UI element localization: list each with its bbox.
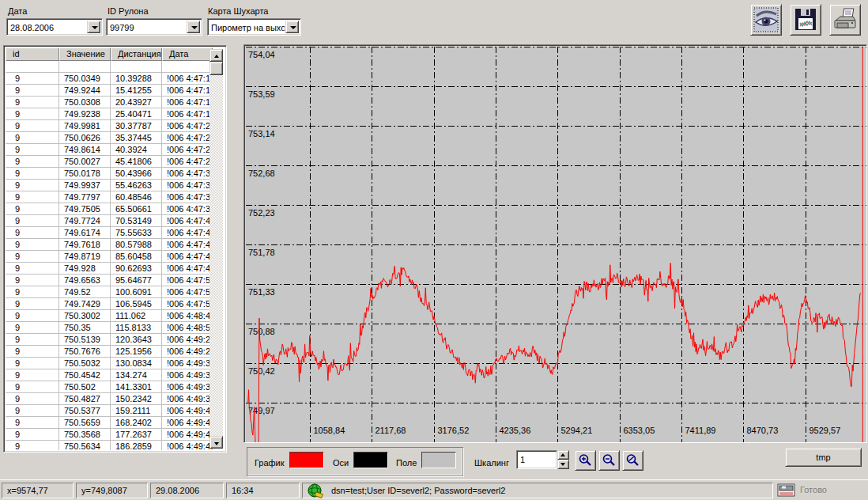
table-cell: 9 [6,239,59,251]
table-cell: !006 4:47:18 [162,108,213,120]
table-row[interactable]: 9749.656395.64677!006 4:47:52 [6,275,225,286]
table-row[interactable]: 9749.998130.37787!006 4:47:20 [6,120,225,132]
table-cell: 9 [6,73,59,85]
table-row[interactable]: 9749.923825.40471!006 4:47:18 [6,108,225,120]
table-row[interactable]: 9749.617475.55633!006 4:47:42 [6,227,225,239]
axes-color-swatch[interactable] [353,452,388,468]
shewhart-card-combobox[interactable]: Пирометр на выхо [207,18,301,36]
table-row[interactable]: 9749.772470.53149!006 4:47:40 [6,215,225,227]
table-cell: 35.37445 [111,132,162,144]
date-combobox-dropdown-button[interactable] [87,21,100,33]
table-cell: 30.37787 [111,120,162,132]
table-cell: 750.0308 [59,97,111,108]
arrow-up-icon [214,55,219,58]
table-cell: 749.9981 [59,120,111,132]
table-row[interactable]: 9750.35115.8133!006 4:48:51 [6,322,225,334]
zoom-in-button[interactable] [575,450,596,471]
table-cell: 70.53149 [111,215,162,227]
table-row[interactable]: 9749.861440.3924!006 4:47:25 [6,144,225,156]
table-row[interactable]: 9750.062635.37445!006 4:47:23 [6,132,225,144]
view-button[interactable] [750,4,782,36]
table-cell: 749.6174 [59,227,111,239]
table-cell: 177.2637 [111,429,162,441]
table-row[interactable]: 9749.761880.57988!006 4:47:44 [6,239,225,251]
svg-text:753,59: 753,59 [248,89,275,99]
table-cell: 90.62693 [111,263,162,275]
table-row[interactable]: 9750.017850.43966!006 4:47:30 [6,168,225,180]
table-cell: 750.502 [59,381,111,393]
zoom-reset-button[interactable] [622,450,643,471]
scaling-spin-down-button[interactable] [557,460,569,469]
table-row[interactable]: 9750.5659168.2402!006 4:49:44 [6,417,225,429]
column-header-distance[interactable]: Дистанция [111,47,162,61]
table-cell: !006 4:47:13 [162,85,213,97]
scroll-down-button[interactable] [209,436,223,449]
table-row[interactable]: 9750.4542134.274!006 4:49:35 [6,369,225,381]
table-row[interactable]: 9750.5377159.2111!006 4:49:42 [6,405,225,417]
field-color-swatch[interactable] [421,452,456,468]
zoom-out-button[interactable] [598,450,620,471]
roll-id-combobox[interactable]: 99799 [106,18,202,36]
table-cell: !006 4:49:35 [162,369,213,381]
tmp-button[interactable]: tmp [785,448,862,467]
table-row[interactable]: 9749.52100.6091!006 4:47:54 [6,286,225,298]
roll-id-combobox-value: 99799 [110,21,186,34]
scaling-spin-up-button[interactable] [557,450,569,460]
scroll-up-button[interactable] [209,49,223,62]
table-cell: 159.2111 [111,405,162,417]
shewhart-chart-panel[interactable]: 754,04753,59753,14752,68752,23751,78751,… [243,44,867,443]
scaling-input[interactable] [516,450,557,469]
table-row[interactable]: 9749.750565.50661!006 4:47:37 [6,203,225,215]
grid-scrollbar[interactable] [209,49,223,449]
table-cell: 111.062 [111,310,162,322]
table-cell: !006 4:47:37 [162,203,213,215]
table-row[interactable]: 9750.4827150.2342!006 4:49:39 [6,393,225,405]
table-row[interactable]: 9750.034910.39288!006 4:47:11 [6,73,225,85]
table-row[interactable]: 9749.7429106.5945!006 4:47:59 [6,298,225,310]
table-row[interactable]: 9749.871985.60458!006 4:47:47 [6,251,225,263]
table-cell: 9 [6,156,59,168]
svg-text:752,68: 752,68 [248,169,275,178]
shewhart-chart-plot[interactable]: 754,04753,59753,14752,68752,23751,78751,… [246,47,866,442]
table-cell: 749.6563 [59,275,111,286]
table-cell: 50.43966 [111,168,162,180]
disk-drive-icon [777,483,796,498]
table-row[interactable]: 9750.502141.3301!006 4:49:37 [6,381,225,393]
table-row[interactable]: 9750.3002111.062!006 4:48:42 [6,310,225,322]
zoom-out-icon [602,453,617,468]
svg-text:7411,89: 7411,89 [685,426,716,435]
table-row[interactable]: 9750.7676125.1956!006 4:49:27 [6,346,225,358]
table-row[interactable]: 9750.030820.43927!006 4:47:16 [6,97,225,108]
table-cell: 750.5659 [59,417,111,429]
table-row[interactable]: 9750.5634186.2859!006 4:49:49 [6,441,225,450]
table-cell: 750.5139 [59,334,111,346]
table-row[interactable]: 9749.779760.48546!006 4:47:35 [6,191,225,203]
table-cell: 749.8719 [59,251,111,263]
date-combobox[interactable]: 28.08.2006 [6,18,103,36]
graph-color-swatch[interactable] [289,452,324,468]
table-row[interactable] [6,61,225,73]
print-button[interactable] [829,4,861,36]
column-header-id[interactable]: id [6,47,59,61]
table-row[interactable]: 9749.924415.41255!006 4:47:13 [6,85,225,97]
save-chart-button[interactable] [790,4,821,36]
column-header-value[interactable]: Значение [59,47,111,61]
table-cell: 750.5634 [59,441,111,450]
column-header-date[interactable]: Дата [162,47,213,61]
table-cell: !006 4:47:20 [162,120,213,132]
table-row[interactable]: 9750.002745.41806!006 4:47:28 [6,156,225,168]
axes-color-label: Оси [333,458,349,468]
table-row[interactable]: 9750.5032130.0834!006 4:49:32 [6,358,225,369]
table-cell: 9 [6,393,59,405]
table-row[interactable]: 9749.92890.62693!006 4:47:49 [6,263,225,275]
roll-id-combobox-dropdown-button[interactable] [187,21,200,33]
table-row[interactable]: 9749.993755.46263!006 4:47:32 [6,180,225,191]
table-cell [59,61,111,73]
table-cell: 60.48546 [111,191,162,203]
table-row[interactable]: 9750.5139120.3643!006 4:49:23 [6,334,225,346]
scrollbar-thumb[interactable] [209,62,223,75]
table-cell: 750.0349 [59,73,111,85]
shewhart-card-combobox-dropdown-button[interactable] [285,21,299,33]
table-row[interactable]: 9750.3568177.2637!006 4:49:47 [6,429,225,441]
table-cell: 9 [6,168,59,180]
